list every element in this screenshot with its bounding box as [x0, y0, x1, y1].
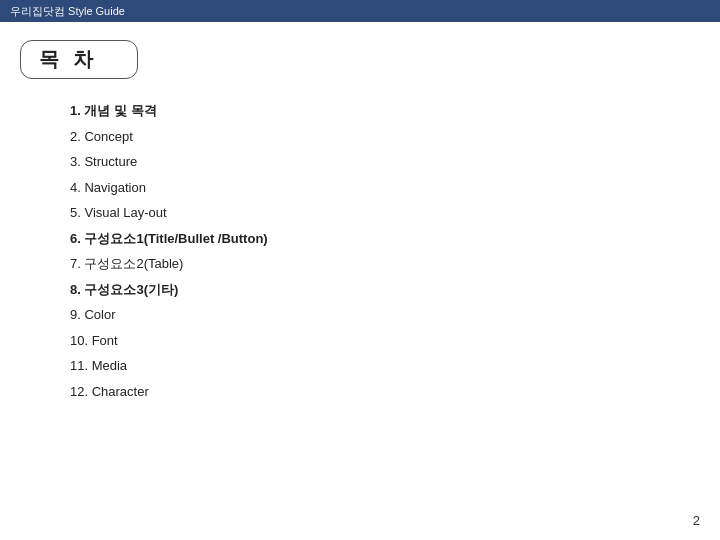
header-bar: 우리집닷컴 Style Guide	[0, 0, 720, 22]
toc-item-3: 3. Structure	[70, 152, 700, 172]
page-number: 2	[693, 513, 700, 528]
toc-list: 1. 개념 및 목격2. Concept3. Structure4. Navig…	[20, 101, 700, 401]
toc-item-12: 12. Character	[70, 382, 700, 402]
toc-item-5: 5. Visual Lay-out	[70, 203, 700, 223]
toc-item-2: 2. Concept	[70, 127, 700, 147]
toc-title-box: 목 차	[20, 40, 138, 79]
toc-item-7: 7. 구성요소2(Table)	[70, 254, 700, 274]
toc-item-10: 10. Font	[70, 331, 700, 351]
toc-item-11: 11. Media	[70, 356, 700, 376]
toc-title: 목 차	[39, 48, 97, 70]
toc-item-9: 9. Color	[70, 305, 700, 325]
toc-item-4: 4. Navigation	[70, 178, 700, 198]
toc-item-1: 1. 개념 및 목격	[70, 101, 700, 121]
toc-item-8: 8. 구성요소3(기타)	[70, 280, 700, 300]
main-content: 목 차 1. 개념 및 목격2. Concept3. Structure4. N…	[0, 22, 720, 417]
header-title: 우리집닷컴 Style Guide	[10, 4, 125, 19]
toc-item-6: 6. 구성요소1(Title/Bullet /Button)	[70, 229, 700, 249]
